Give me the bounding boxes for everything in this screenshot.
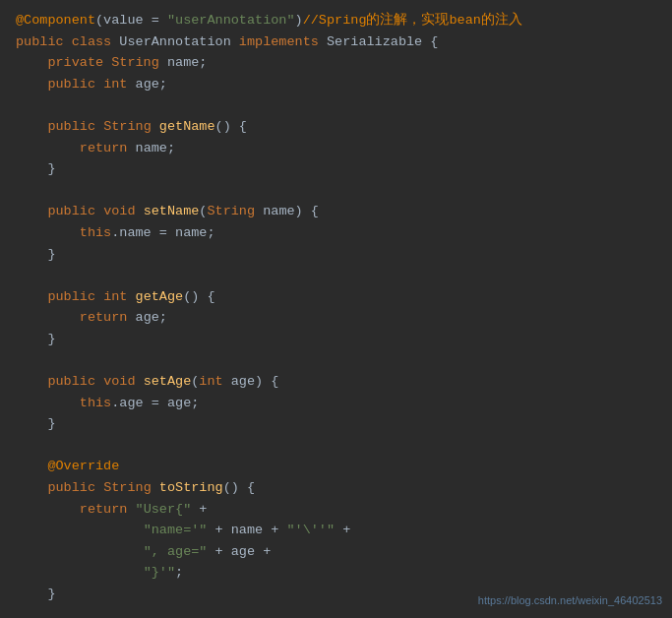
code-line: public int getAge() {	[16, 286, 656, 308]
watermark: https://blog.csdn.net/weixin_46402513	[478, 592, 662, 610]
code-line: return age;	[16, 307, 656, 329]
code-block: @Component(value = "userAnnotation")//Sp…	[0, 0, 672, 618]
code-line: @Override	[16, 456, 656, 477]
code-line: public String getName() {	[16, 116, 656, 138]
code-line	[16, 435, 656, 457]
code-line: return name;	[16, 138, 656, 159]
code-line	[16, 265, 656, 286]
code-line: public void setAge(int age) {	[16, 371, 656, 393]
code-line: return "User{" +	[16, 499, 656, 521]
code-line: }	[16, 329, 656, 350]
code-content: @Component(value = "userAnnotation")//Sp…	[16, 10, 656, 618]
code-line: public class UserAnnotation implements S…	[16, 31, 656, 53]
code-line	[16, 350, 656, 372]
code-line: public String toString() {	[16, 477, 656, 499]
code-line: @Component(value = "userAnnotation")//Sp…	[16, 10, 656, 31]
code-line: public int age;	[16, 74, 656, 95]
code-line: this.name = name;	[16, 222, 656, 244]
code-line: }	[16, 158, 656, 180]
code-line: private String name;	[16, 52, 656, 74]
code-line: "}'";	[16, 562, 656, 584]
code-line: ", age=" + age +	[16, 541, 656, 563]
code-line: this.age = age;	[16, 393, 656, 414]
code-line: }	[16, 244, 656, 266]
code-line: "name='" + name + "'\''" +	[16, 520, 656, 541]
code-line: }	[16, 413, 656, 435]
code-line: public void setName(String name) {	[16, 201, 656, 222]
code-line	[16, 180, 656, 202]
code-line	[16, 94, 656, 116]
